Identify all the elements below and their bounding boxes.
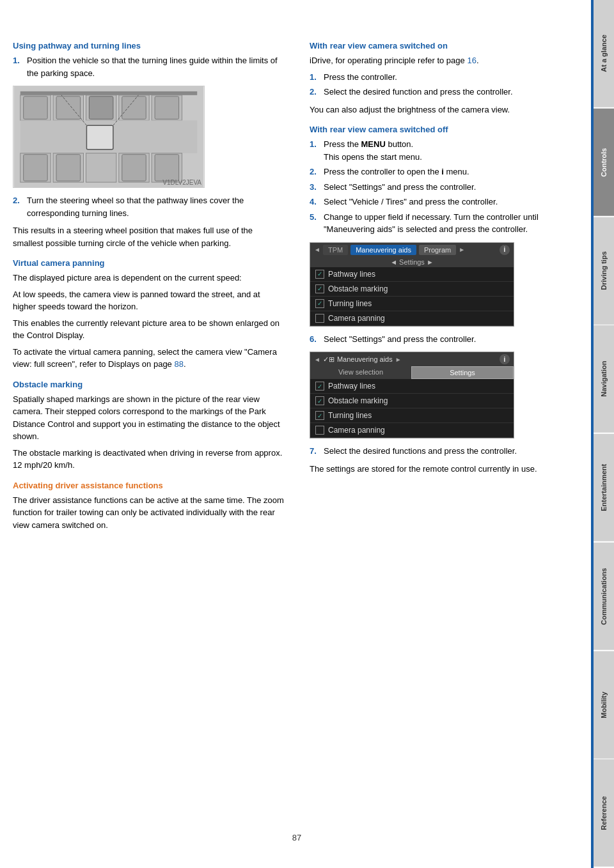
camera-on-steps: 1. Press the controller. 2. Select the d… <box>310 71 581 98</box>
heading-virtual-camera: Virtual camera panning <box>13 258 284 268</box>
camera-off-step-4: 4. Select "Vehicle / Tires" and press th… <box>310 196 581 208</box>
camera-off-steps: 1. Press the MENU button.This opens the … <box>310 138 581 236</box>
ui-menu-camera-pan-2: Camera panning <box>310 423 514 438</box>
step6-list: 6. Select "Settings" and press the contr… <box>310 333 581 346</box>
page-container: Using pathway and turning lines 1. Posit… <box>0 0 614 868</box>
ui-menu-camera-pan: Camera panning <box>310 311 514 326</box>
step-off-7: 7. <box>310 445 321 458</box>
sidebar-tab-reference[interactable]: Reference <box>594 759 614 867</box>
step-off-text-6: Select "Settings" and press the controll… <box>324 333 581 346</box>
ui-checkbox-turning-2 <box>315 411 324 420</box>
step7-list: 7. Select the desired functions and pres… <box>310 445 581 458</box>
ui-label-obstacle: Obstacle marking <box>328 284 388 293</box>
page-ref-88[interactable]: 88 <box>174 359 183 369</box>
ui-arrow-left-1: ◄ <box>314 246 320 253</box>
pathway-step-2: 2. Turn the steering wheel so that the p… <box>13 194 284 219</box>
svg-rect-12 <box>155 97 179 120</box>
ui-menu-pathway: Pathway lines <box>310 267 514 282</box>
camera-off-step-3: 3. Select "Settings" and press the contr… <box>310 181 581 194</box>
svg-rect-10 <box>89 97 113 120</box>
camera-para-1: The displayed picture area is dependent … <box>13 272 284 284</box>
ui-label-turning-2: Turning lines <box>328 411 372 420</box>
sidebar-tab-driving-tips[interactable]: Driving tips <box>594 217 614 325</box>
step-off-text-7: Select the desired functions and press t… <box>324 445 581 458</box>
camera-off-step-5: 5. Change to upper field if necessary. T… <box>310 211 581 236</box>
ui-settings-tab[interactable]: Settings <box>411 366 514 379</box>
ui-menu-obstacle-2: Obstacle marking <box>310 394 514 408</box>
heading-camera-off: With rear view camera switched off <box>310 125 581 134</box>
sidebar-tab-communications[interactable]: Communications <box>594 543 614 650</box>
step-num-1: 1. <box>13 54 24 79</box>
camera-off-step-7: 7. Select the desired functions and pres… <box>310 445 581 458</box>
final-note: The settings are stored for the remote c… <box>310 463 581 476</box>
section-obstacle-marking: Obstacle marking Spatially shaped markin… <box>13 380 284 472</box>
svg-rect-19 <box>86 153 116 182</box>
ui-arrow-right-1: ► <box>459 246 465 253</box>
heading-obstacle-marking: Obstacle marking <box>13 380 284 389</box>
two-column-layout: Using pathway and turning lines 1. Posit… <box>13 32 581 820</box>
sidebar-tab-controls[interactable]: Controls <box>594 109 614 216</box>
camera-on-intro: iDrive, for operating principle refer to… <box>310 54 581 67</box>
camera-on-step-2: 2. Select the desired function and press… <box>310 86 581 98</box>
ui-info-btn-1[interactable]: i <box>500 245 510 255</box>
step-off-text-1: Press the MENU button.This opens the sta… <box>324 138 581 163</box>
ui-title-2: Maneuvering aids <box>337 355 393 363</box>
driver-assistance-para: The driver assistance functions can be a… <box>13 494 284 532</box>
camera-on-note: You can also adjust the brightness of th… <box>310 104 581 116</box>
section-camera-on: With rear view camera switched on iDrive… <box>310 41 581 116</box>
ui-view-sel-bar: View selection Settings <box>310 366 514 379</box>
step-off-text-3: Select "Settings" and press the controll… <box>324 181 581 194</box>
svg-rect-22 <box>24 155 48 181</box>
step-num-2: 2. <box>13 194 24 219</box>
ui-label-camera-pan: Camera panning <box>328 314 385 323</box>
camera-para-3: This enables the currently relevant pict… <box>13 317 284 342</box>
ui-arrow-left-2: ◄ <box>314 356 320 363</box>
svg-rect-8 <box>24 97 48 120</box>
sidebar-tab-navigation[interactable]: Navigation <box>594 325 614 433</box>
step-on-2: 2. <box>310 86 321 98</box>
pathway-note: This results in a steering wheel positio… <box>13 224 284 249</box>
step-off-5: 5. <box>310 211 321 236</box>
pathway-steps-list: 1. Position the vehicle so that the turn… <box>13 54 284 79</box>
ui-view-selection-btn[interactable]: View selection <box>310 366 411 379</box>
camera-para-2: At low speeds, the camera view is panned… <box>13 288 284 313</box>
ui-info-btn-2[interactable]: i <box>500 354 510 364</box>
parking-svg <box>13 86 204 187</box>
heading-camera-on: With rear view camera switched on <box>310 41 581 50</box>
section-pathway-lines: Using pathway and turning lines 1. Posit… <box>13 41 284 249</box>
sidebar-tab-at-a-glance[interactable]: At a glance <box>594 0 614 107</box>
ui-tab-program: Program <box>419 245 456 255</box>
ui-menu-turning-2: Turning lines <box>310 408 514 423</box>
svg-rect-9 <box>56 97 81 120</box>
ui-checkbox-obstacle <box>315 284 324 293</box>
image-caption: V1DLV2JEVA <box>162 179 201 186</box>
sidebar-tab-mobility[interactable]: Mobility <box>594 651 614 759</box>
svg-rect-14 <box>86 125 113 150</box>
right-column: With rear view camera switched on iDrive… <box>303 32 581 820</box>
sidebar-tab-entertainment[interactable]: Entertainment <box>594 434 614 541</box>
ui-tab-maneuvering: Maneuvering aids <box>350 245 416 255</box>
svg-rect-2 <box>20 91 198 95</box>
pathway-step2-list: 2. Turn the steering wheel so that the p… <box>13 194 284 219</box>
section-camera-off: With rear view camera switched off 1. Pr… <box>310 125 581 475</box>
left-column: Using pathway and turning lines 1. Posit… <box>13 32 290 820</box>
svg-rect-11 <box>122 97 146 120</box>
step-text-2: Turn the steering wheel so that the path… <box>27 194 284 219</box>
obstacle-para-1: Spatially shaped markings are shown in t… <box>13 393 284 443</box>
ui-top-bar-1: ◄ TPM Maneuvering aids Program ► i <box>310 243 514 257</box>
ui-settings-label-1: ◄ Settings ► <box>310 257 514 267</box>
camera-off-step-6: 6. Select "Settings" and press the contr… <box>310 333 581 346</box>
main-content: Using pathway and turning lines 1. Posit… <box>0 0 594 868</box>
ui-checkbox-pathway <box>315 270 324 279</box>
ui-arrow-right-2: ► <box>395 356 402 363</box>
step-off-text-5: Change to upper field if necessary. Turn… <box>324 211 581 236</box>
ui-checkbox-camera-pan-2 <box>315 426 324 435</box>
step-on-text-1: Press the controller. <box>324 71 581 84</box>
obstacle-para-2: The obstacle marking is deactivated when… <box>13 447 284 472</box>
ui-menu-obstacle: Obstacle marking <box>310 282 514 297</box>
page-ref-16[interactable]: 16 <box>467 56 476 65</box>
step-text-1: Position the vehicle so that the turning… <box>27 54 284 79</box>
camera-off-step-1: 1. Press the MENU button.This opens the … <box>310 138 581 163</box>
page-number: 87 <box>13 833 581 842</box>
ui-label-turning: Turning lines <box>328 299 372 308</box>
